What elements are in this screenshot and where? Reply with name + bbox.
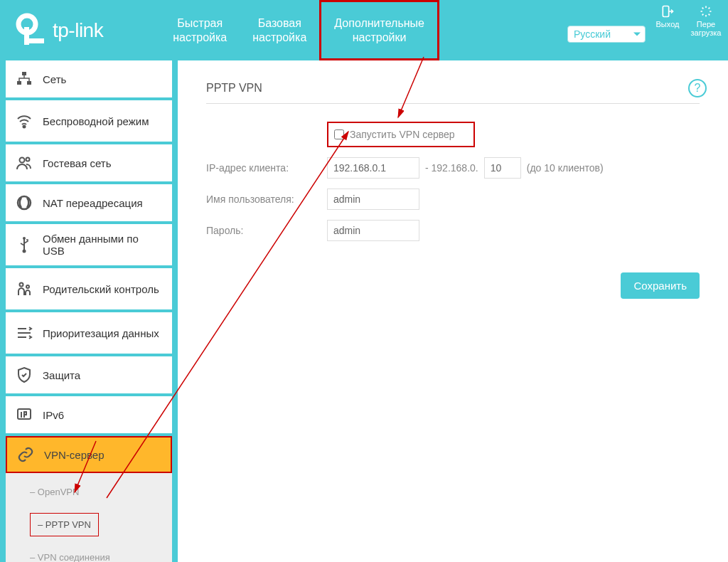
- brand-logo-icon: [14, 13, 50, 48]
- qos-icon: [16, 324, 33, 341]
- logout-icon: [660, 4, 675, 18]
- tab-basic-setup[interactable]: Базовая настройка: [240, 0, 319, 60]
- sidebar-item-wireless[interactable]: Беспроводной режим: [6, 100, 172, 142]
- sidebar-item-security[interactable]: Защита: [6, 356, 172, 393]
- svg-point-13: [23, 250, 26, 253]
- username-row: Имя пользователя:: [206, 189, 700, 210]
- logout-button[interactable]: Выход: [651, 4, 684, 28]
- svg-rect-2: [28, 38, 44, 43]
- tab-advanced-settings[interactable]: Дополнительные настройки: [319, 0, 439, 60]
- username-input[interactable]: [327, 189, 419, 210]
- password-row: Пароль:: [206, 220, 700, 241]
- brand-logo: tp-link: [14, 13, 103, 48]
- loading-icon: [699, 4, 713, 18]
- svg-rect-3: [663, 6, 668, 17]
- sidebar-item-guest-network[interactable]: Гостевая сеть: [6, 144, 172, 181]
- submenu-vpn-connections[interactable]: – VPN соединения: [30, 544, 172, 562]
- ip-end-input[interactable]: [484, 157, 521, 179]
- username-label: Имя пользователя:: [206, 193, 327, 205]
- submenu-openvpn[interactable]: – OpenVPN: [30, 479, 172, 505]
- tab-quick-setup[interactable]: Быстрая настройка: [160, 0, 240, 60]
- network-icon: [16, 70, 33, 88]
- sidebar-item-qos[interactable]: Приоритезация данных: [6, 312, 172, 354]
- help-button[interactable]: ?: [688, 79, 707, 97]
- page-title: PPTP VPN: [206, 82, 700, 104]
- vpn-submenu: – OpenVPN – PPTP VPN – VPN соединения: [6, 473, 172, 562]
- svg-point-8: [20, 158, 25, 163]
- link-icon: [17, 446, 34, 463]
- svg-rect-1: [24, 27, 29, 45]
- nav-tabs: Быстрая настройка Базовая настройка Допо…: [160, 0, 439, 60]
- ipv6-icon: [16, 406, 33, 423]
- svg-point-9: [26, 158, 30, 161]
- svg-rect-5: [17, 81, 21, 85]
- parental-icon: [16, 280, 33, 297]
- usb-icon: [16, 236, 33, 253]
- password-label: Пароль:: [206, 225, 327, 236]
- reload-button[interactable]: Пере загрузка: [690, 4, 722, 37]
- ip-hint: (до 10 клиентов): [527, 162, 604, 174]
- enable-vpn-row: Запустить VPN сервер: [206, 122, 700, 147]
- svg-point-15: [26, 285, 29, 288]
- enable-vpn-checkbox[interactable]: [334, 129, 344, 139]
- sidebar-item-nat[interactable]: NAT переадресация: [6, 184, 172, 221]
- sidebar-item-vpn-server[interactable]: VPN-сервер: [6, 436, 172, 473]
- svg-rect-12: [23, 238, 25, 250]
- enable-vpn-label: Запустить VPN сервер: [350, 129, 455, 140]
- ip-start-input[interactable]: [327, 157, 419, 179]
- svg-point-7: [23, 126, 26, 128]
- sidebar: Сеть Беспроводной режим Гостевая сеть NA…: [0, 60, 178, 562]
- language-select[interactable]: Русский: [567, 26, 646, 43]
- svg-point-14: [20, 283, 23, 287]
- brand-text: tp-link: [53, 19, 103, 42]
- wifi-icon: [16, 112, 33, 129]
- ip-range-text: - 192.168.0.: [425, 162, 478, 174]
- sidebar-item-ipv6[interactable]: IPv6: [6, 396, 172, 433]
- save-button[interactable]: Сохранить: [621, 272, 700, 299]
- sidebar-item-usb[interactable]: Обмен данными по USB: [6, 224, 172, 265]
- header: tp-link Быстрая настройка Базовая настро…: [0, 0, 728, 60]
- client-ip-label: IP-адрес клиента:: [206, 162, 327, 174]
- client-ip-row: IP-адрес клиента: - 192.168.0. (до 10 кл…: [206, 157, 700, 179]
- password-input[interactable]: [327, 220, 419, 241]
- guest-icon: [16, 154, 33, 171]
- content-area: Сеть Беспроводной режим Гостевая сеть NA…: [0, 60, 728, 562]
- header-actions: Русский Выход Пере загрузка: [567, 4, 722, 43]
- svg-rect-4: [22, 72, 26, 75]
- submenu-pptp-vpn[interactable]: – PPTP VPN: [30, 505, 172, 544]
- sidebar-item-parental[interactable]: Родительский контроль: [6, 268, 172, 309]
- svg-rect-6: [27, 81, 31, 85]
- nat-icon: [16, 194, 33, 211]
- sidebar-item-network[interactable]: Сеть: [6, 60, 172, 97]
- shield-icon: [16, 366, 33, 383]
- main-panel: ? PPTP VPN Запустить VPN сервер IP-адрес…: [178, 60, 728, 562]
